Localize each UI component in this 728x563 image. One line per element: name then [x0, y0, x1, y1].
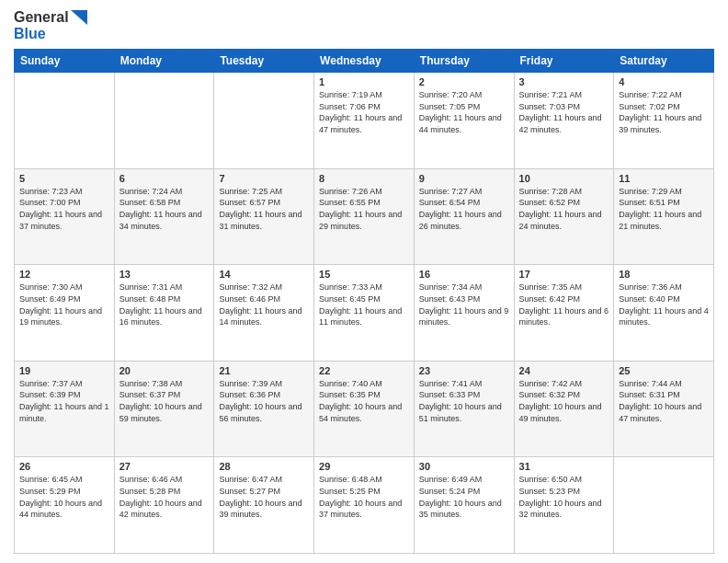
day-number: 12 [19, 269, 109, 280]
week-row-2: 5Sunrise: 7:23 AM Sunset: 7:00 PM Daylig… [15, 168, 714, 265]
calendar-cell: 7Sunrise: 7:25 AM Sunset: 6:57 PM Daylig… [214, 168, 314, 265]
cell-info: Sunrise: 7:39 AM Sunset: 6:36 PM Dayligh… [219, 378, 309, 424]
calendar-cell: 20Sunrise: 7:38 AM Sunset: 6:37 PM Dayli… [114, 361, 214, 457]
logo-triangle-icon [71, 10, 87, 25]
calendar-cell: 31Sunrise: 6:50 AM Sunset: 5:23 PM Dayli… [514, 457, 614, 554]
day-number: 28 [219, 461, 309, 472]
cell-info: Sunrise: 7:44 AM Sunset: 6:31 PM Dayligh… [619, 378, 709, 424]
calendar-cell: 3Sunrise: 7:21 AM Sunset: 7:03 PM Daylig… [514, 73, 614, 169]
cell-info: Sunrise: 6:48 AM Sunset: 5:25 PM Dayligh… [319, 474, 409, 520]
calendar-cell: 11Sunrise: 7:29 AM Sunset: 6:51 PM Dayli… [614, 168, 714, 265]
day-number: 9 [419, 173, 509, 184]
day-number: 27 [119, 461, 210, 472]
cell-info: Sunrise: 7:27 AM Sunset: 6:54 PM Dayligh… [419, 186, 509, 232]
day-number: 19 [19, 365, 109, 376]
day-number: 29 [319, 461, 409, 472]
page: General Blue SundayMondayTuesdayWednesda… [0, 0, 728, 563]
cell-info: Sunrise: 7:26 AM Sunset: 6:55 PM Dayligh… [319, 186, 409, 232]
day-number: 4 [619, 76, 709, 87]
week-row-5: 26Sunrise: 6:45 AM Sunset: 5:29 PM Dayli… [15, 457, 714, 554]
cell-info: Sunrise: 7:19 AM Sunset: 7:06 PM Dayligh… [319, 89, 409, 135]
cell-info: Sunrise: 7:41 AM Sunset: 6:33 PM Dayligh… [419, 378, 509, 424]
cell-info: Sunrise: 6:45 AM Sunset: 5:29 PM Dayligh… [19, 474, 109, 520]
cell-info: Sunrise: 7:20 AM Sunset: 7:05 PM Dayligh… [419, 89, 509, 135]
calendar-cell [15, 73, 115, 169]
calendar-cell: 21Sunrise: 7:39 AM Sunset: 6:36 PM Dayli… [214, 361, 314, 457]
day-header-sunday: Sunday [15, 50, 115, 73]
cell-info: Sunrise: 7:28 AM Sunset: 6:52 PM Dayligh… [519, 186, 609, 232]
cell-info: Sunrise: 7:22 AM Sunset: 7:02 PM Dayligh… [619, 89, 709, 135]
day-header-tuesday: Tuesday [214, 50, 314, 73]
cell-info: Sunrise: 6:50 AM Sunset: 5:23 PM Dayligh… [519, 474, 609, 520]
calendar-cell: 13Sunrise: 7:31 AM Sunset: 6:48 PM Dayli… [114, 265, 214, 362]
calendar-cell: 16Sunrise: 7:34 AM Sunset: 6:43 PM Dayli… [414, 265, 514, 362]
logo-blue-text: Blue [14, 26, 46, 42]
calendar-cell: 22Sunrise: 7:40 AM Sunset: 6:35 PM Dayli… [314, 361, 415, 457]
calendar-cell [614, 457, 714, 554]
cell-info: Sunrise: 6:47 AM Sunset: 5:27 PM Dayligh… [219, 474, 309, 520]
cell-info: Sunrise: 7:36 AM Sunset: 6:40 PM Dayligh… [619, 282, 709, 327]
cell-info: Sunrise: 7:38 AM Sunset: 6:37 PM Dayligh… [119, 378, 210, 424]
logo: General Blue [14, 9, 87, 41]
cell-info: Sunrise: 7:25 AM Sunset: 6:57 PM Dayligh… [219, 186, 309, 232]
day-number: 30 [419, 461, 509, 472]
calendar-cell [214, 73, 314, 169]
calendar-cell: 30Sunrise: 6:49 AM Sunset: 5:24 PM Dayli… [414, 457, 514, 554]
cell-info: Sunrise: 6:46 AM Sunset: 5:28 PM Dayligh… [119, 474, 210, 520]
day-number: 10 [519, 173, 609, 184]
calendar-cell: 2Sunrise: 7:20 AM Sunset: 7:05 PM Daylig… [414, 73, 514, 169]
calendar-cell: 17Sunrise: 7:35 AM Sunset: 6:42 PM Dayli… [514, 265, 614, 362]
day-number: 7 [219, 173, 309, 184]
calendar-cell: 25Sunrise: 7:44 AM Sunset: 6:31 PM Dayli… [614, 361, 714, 457]
calendar-cell: 27Sunrise: 6:46 AM Sunset: 5:28 PM Dayli… [114, 457, 214, 554]
day-number: 21 [219, 365, 309, 376]
day-header-thursday: Thursday [414, 50, 514, 73]
cell-info: Sunrise: 7:29 AM Sunset: 6:51 PM Dayligh… [619, 186, 709, 232]
day-number: 17 [519, 269, 609, 280]
calendar-cell: 15Sunrise: 7:33 AM Sunset: 6:45 PM Dayli… [314, 265, 415, 362]
calendar-cell: 14Sunrise: 7:32 AM Sunset: 6:46 PM Dayli… [214, 265, 314, 362]
day-header-monday: Monday [114, 50, 214, 73]
day-number: 1 [319, 76, 409, 87]
day-number: 22 [319, 365, 409, 376]
day-header-wednesday: Wednesday [314, 50, 415, 73]
calendar-cell: 5Sunrise: 7:23 AM Sunset: 7:00 PM Daylig… [15, 168, 115, 265]
logo-general-text: General [14, 9, 69, 26]
cell-info: Sunrise: 7:31 AM Sunset: 6:48 PM Dayligh… [119, 282, 210, 327]
day-number: 26 [19, 461, 109, 472]
calendar-cell: 4Sunrise: 7:22 AM Sunset: 7:02 PM Daylig… [614, 73, 714, 169]
day-number: 25 [619, 365, 709, 376]
week-row-4: 19Sunrise: 7:37 AM Sunset: 6:39 PM Dayli… [15, 361, 714, 457]
calendar-cell [114, 73, 214, 169]
calendar-cell: 18Sunrise: 7:36 AM Sunset: 6:40 PM Dayli… [614, 265, 714, 362]
day-number: 31 [519, 461, 609, 472]
calendar-cell: 6Sunrise: 7:24 AM Sunset: 6:58 PM Daylig… [114, 168, 214, 265]
day-header-friday: Friday [514, 50, 614, 73]
calendar-table: SundayMondayTuesdayWednesdayThursdayFrid… [14, 49, 714, 554]
cell-info: Sunrise: 7:30 AM Sunset: 6:49 PM Dayligh… [19, 282, 109, 327]
day-number: 16 [419, 269, 509, 280]
cell-info: Sunrise: 7:23 AM Sunset: 7:00 PM Dayligh… [19, 186, 109, 232]
day-number: 20 [119, 365, 210, 376]
calendar-cell: 19Sunrise: 7:37 AM Sunset: 6:39 PM Dayli… [15, 361, 115, 457]
calendar-cell: 8Sunrise: 7:26 AM Sunset: 6:55 PM Daylig… [314, 168, 415, 265]
day-number: 11 [619, 173, 709, 184]
cell-info: Sunrise: 7:37 AM Sunset: 6:39 PM Dayligh… [19, 378, 109, 424]
cell-info: Sunrise: 7:42 AM Sunset: 6:32 PM Dayligh… [519, 378, 609, 424]
header-row: SundayMondayTuesdayWednesdayThursdayFrid… [15, 50, 714, 73]
day-number: 6 [119, 173, 210, 184]
day-number: 8 [319, 173, 409, 184]
cell-info: Sunrise: 7:40 AM Sunset: 6:35 PM Dayligh… [319, 378, 409, 424]
day-number: 14 [219, 269, 309, 280]
calendar-cell: 9Sunrise: 7:27 AM Sunset: 6:54 PM Daylig… [414, 168, 514, 265]
svg-marker-0 [71, 10, 87, 25]
calendar-cell: 28Sunrise: 6:47 AM Sunset: 5:27 PM Dayli… [214, 457, 314, 554]
calendar-cell: 1Sunrise: 7:19 AM Sunset: 7:06 PM Daylig… [314, 73, 415, 169]
calendar-cell: 10Sunrise: 7:28 AM Sunset: 6:52 PM Dayli… [514, 168, 614, 265]
cell-info: Sunrise: 7:33 AM Sunset: 6:45 PM Dayligh… [319, 282, 409, 327]
cell-info: Sunrise: 6:49 AM Sunset: 5:24 PM Dayligh… [419, 474, 509, 520]
day-number: 2 [419, 76, 509, 87]
cell-info: Sunrise: 7:34 AM Sunset: 6:43 PM Dayligh… [419, 282, 509, 327]
day-number: 24 [519, 365, 609, 376]
day-number: 23 [419, 365, 509, 376]
